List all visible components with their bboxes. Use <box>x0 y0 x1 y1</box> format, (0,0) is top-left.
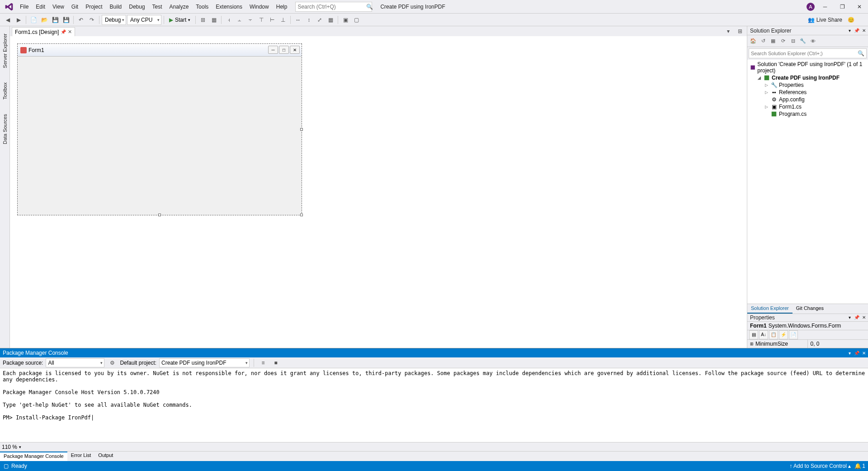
prop-props-button[interactable]: 📋 <box>769 330 778 339</box>
console-stop-button[interactable]: ■ <box>271 358 281 368</box>
quick-search-input[interactable] <box>297 4 365 10</box>
prop-alpha-button[interactable]: A↓ <box>759 330 768 339</box>
resize-handle-bottom[interactable] <box>158 214 161 216</box>
console-clear-button[interactable]: ≡ <box>258 358 268 368</box>
sol-collapse-button[interactable]: ⊟ <box>789 37 797 45</box>
console-zoom[interactable]: 110 % ▾ <box>0 442 868 451</box>
menu-build[interactable]: Build <box>106 2 126 12</box>
vspace-button[interactable]: ↕ <box>304 15 314 25</box>
gutter-server-explorer[interactable]: Server Explorer <box>1 31 9 71</box>
panel-dropdown-icon[interactable]: ▾ <box>846 28 853 34</box>
size-button[interactable]: ⤢ <box>315 15 325 25</box>
align-top-button[interactable]: ⊤ <box>256 15 266 25</box>
sol-preview-button[interactable]: 👁 <box>809 37 817 45</box>
menu-help[interactable]: Help <box>273 2 291 12</box>
menu-window[interactable]: Window <box>246 2 273 12</box>
tree-program[interactable]: Program.cs <box>748 110 867 118</box>
tab-git-changes[interactable]: Git Changes <box>793 304 827 314</box>
sol-sync-button[interactable]: ↺ <box>759 37 767 45</box>
align-center-button[interactable]: ⫠ <box>235 15 245 25</box>
tool-a-button[interactable]: ⊞ <box>198 15 208 25</box>
form-close-button[interactable]: ✕ <box>290 46 300 54</box>
close-button[interactable]: ✕ <box>853 2 866 12</box>
expander-icon[interactable]: ▷ <box>764 90 769 95</box>
save-button[interactable]: 💾 <box>50 15 60 25</box>
save-all-button[interactable]: 💾 <box>61 15 71 25</box>
pkg-source-dropdown[interactable]: All <box>46 358 104 367</box>
restore-button[interactable]: ❐ <box>835 2 849 12</box>
tab-error-list[interactable]: Error List <box>67 452 95 461</box>
sol-home-button[interactable]: 🏠 <box>749 37 757 45</box>
order-back-button[interactable]: ▢ <box>351 15 361 25</box>
sol-props-button[interactable]: 🔧 <box>799 37 807 45</box>
avatar[interactable]: A <box>807 3 815 11</box>
tab-dropdown-button[interactable]: ▾ <box>723 26 733 36</box>
expander-icon[interactable]: ◢ <box>756 76 762 80</box>
panel-dropdown-icon[interactable]: ▾ <box>846 350 853 356</box>
source-control-button[interactable]: ↑ Add to Source Control ▴ <box>789 463 851 469</box>
start-button[interactable]: ▶ Start ▾ <box>166 15 193 25</box>
grid-button[interactable]: ▦ <box>326 15 335 25</box>
tree-appconfig[interactable]: ⚙ App.config <box>748 96 867 103</box>
hspace-button[interactable]: ↔ <box>293 15 303 25</box>
menu-git[interactable]: Git <box>68 2 82 12</box>
menu-edit[interactable]: Edit <box>32 2 49 12</box>
panel-close-icon[interactable]: ✕ <box>861 28 867 34</box>
tree-properties[interactable]: ▷ 🔧 Properties <box>748 81 867 89</box>
tool-b-button[interactable]: ▦ <box>209 15 219 25</box>
menu-project[interactable]: Project <box>82 2 106 12</box>
form-designer[interactable]: Form1 ─ □ ✕ <box>10 36 747 348</box>
config-dropdown[interactable]: Debug <box>102 15 126 25</box>
quick-search[interactable]: 🔍 <box>295 2 372 12</box>
tab-menu-button[interactable]: ⊞ <box>735 26 745 36</box>
form-window[interactable]: Form1 ─ □ ✕ <box>17 43 302 215</box>
nav-fwd-button[interactable]: ▶ <box>14 15 24 25</box>
tab-pmc[interactable]: Package Manager Console <box>0 452 67 461</box>
form-max-button[interactable]: □ <box>279 46 289 54</box>
tab-solution-explorer[interactable]: Solution Explorer <box>747 304 793 314</box>
gutter-toolbox[interactable]: Toolbox <box>1 80 9 102</box>
panel-pin-icon[interactable]: 📌 <box>854 28 860 34</box>
tab-output[interactable]: Output <box>94 452 117 461</box>
panel-pin-icon[interactable]: 📌 <box>854 350 860 356</box>
doc-tab-form1[interactable]: Form1.cs [Design] 📌 ✕ <box>12 27 75 36</box>
default-project-dropdown[interactable]: Create PDF using IronPDF <box>159 358 250 367</box>
menu-analyze[interactable]: Analyze <box>166 2 193 12</box>
order-front-button[interactable]: ▣ <box>340 15 350 25</box>
prop-object-selector[interactable]: Form1 System.Windows.Forms.Form <box>747 322 868 330</box>
nav-back-button[interactable]: ◀ <box>3 15 13 25</box>
prop-pages-button[interactable]: 📄 <box>789 330 798 339</box>
align-left-button[interactable]: ⫞ <box>224 15 234 25</box>
menu-test[interactable]: Test <box>149 2 166 12</box>
menu-file[interactable]: File <box>16 2 32 12</box>
platform-dropdown[interactable]: Any CPU <box>127 15 161 25</box>
solution-tree[interactable]: Solution 'Create PDF using IronPDF' (1 o… <box>747 60 868 304</box>
sol-showall-button[interactable]: ▦ <box>769 37 777 45</box>
tree-references[interactable]: ▷ ▪▪ References <box>748 89 867 96</box>
solution-search[interactable]: 🔍 <box>749 48 867 58</box>
align-bottom-button[interactable]: ⊥ <box>278 15 288 25</box>
expander-icon[interactable]: ▷ <box>764 105 769 109</box>
panel-close-icon[interactable]: ✕ <box>861 314 867 321</box>
form-min-button[interactable]: ─ <box>268 46 278 54</box>
liveshare-button[interactable]: 👥 Live Share 😊 <box>808 17 854 23</box>
prop-grid[interactable]: ⊞ MinimumSize 0, 0 <box>747 339 868 348</box>
open-button[interactable]: 📂 <box>39 15 49 25</box>
undo-button[interactable]: ↶ <box>76 15 86 25</box>
console-output[interactable]: Each package is licensed to you by its o… <box>0 368 868 442</box>
expander-icon[interactable]: ⊞ <box>750 342 754 346</box>
align-middle-button[interactable]: ⊢ <box>267 15 277 25</box>
sol-refresh-button[interactable]: ⟳ <box>779 37 787 45</box>
gutter-data-sources[interactable]: Data Sources <box>1 111 9 147</box>
resize-handle-right[interactable] <box>300 128 303 131</box>
tree-form1[interactable]: ▷ ▣ Form1.cs <box>748 103 867 110</box>
pkg-settings-button[interactable]: ⚙ <box>107 358 117 368</box>
menu-extensions[interactable]: Extensions <box>212 2 246 12</box>
prop-events-button[interactable]: ⚡ <box>779 330 788 339</box>
panel-close-icon[interactable]: ✕ <box>861 350 867 356</box>
redo-button[interactable]: ↷ <box>87 15 97 25</box>
resize-handle-br[interactable] <box>300 214 303 216</box>
minimize-button[interactable]: ─ <box>818 2 832 12</box>
close-tab-icon[interactable]: ✕ <box>68 29 72 35</box>
panel-dropdown-icon[interactable]: ▾ <box>846 314 853 321</box>
